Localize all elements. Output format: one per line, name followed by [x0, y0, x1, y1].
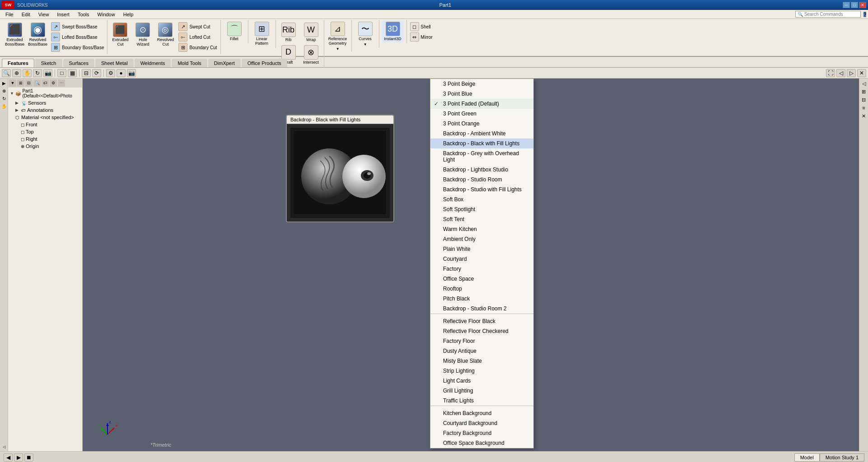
dd-warm-kitchen[interactable]: Warm Kitchen: [430, 224, 533, 234]
menu-edit[interactable]: Edit: [18, 11, 34, 18]
tree-front[interactable]: ◻ Front: [8, 121, 82, 128]
dd-plain-white[interactable]: Plain White: [430, 244, 533, 254]
tree-top[interactable]: ◻ Top: [8, 128, 82, 135]
lt-select[interactable]: ▶: [0, 79, 8, 87]
dd-grill-lighting[interactable]: Grill Lighting: [430, 386, 533, 396]
dd-3pt-orange[interactable]: 3 Point Orange: [430, 119, 533, 129]
status-next[interactable]: ▶: [14, 453, 23, 462]
mirror-button[interactable]: ⇔ Mirror: [409, 32, 434, 42]
vp-btn-fullscreen[interactable]: ⛶: [826, 69, 835, 77]
rp-btn4[interactable]: ✕: [860, 112, 868, 120]
sidebar-tool-collapse[interactable]: ⊟: [25, 79, 33, 87]
rib-button[interactable]: Rib Rib: [278, 22, 299, 43]
sidebar-tool-config[interactable]: ⚙: [50, 79, 57, 87]
tree-material[interactable]: ⬡ Material <not specified>: [8, 114, 82, 121]
lt-collapse[interactable]: ◁: [0, 443, 8, 450]
vp-btn-options[interactable]: ⚙: [106, 69, 115, 77]
lt-rotate[interactable]: ↻: [0, 95, 8, 102]
dd-rooftop[interactable]: Rooftop: [430, 284, 533, 294]
dd-factory-bg[interactable]: Factory Background: [430, 428, 533, 438]
dd-office-bg[interactable]: Office Space Background: [430, 438, 533, 448]
vp-btn-section[interactable]: ⊟: [82, 69, 91, 77]
intersect-button[interactable]: ⊗ Intersect: [300, 44, 322, 66]
dd-office-space[interactable]: Office Space: [430, 274, 533, 284]
menu-file[interactable]: File: [2, 11, 17, 18]
dd-factory[interactable]: Factory: [430, 264, 533, 274]
extruded-bossbase-button[interactable]: ⬛ ExtrudedBoss/Base: [4, 22, 26, 48]
vp-btn-search[interactable]: 🔍: [2, 69, 11, 77]
swept-bossbase-button[interactable]: ↗ Swept Boss/Base: [50, 22, 105, 32]
sidebar-tool-search[interactable]: 🔍: [33, 79, 41, 87]
dd-3pt-blue[interactable]: 3 Point Blue: [430, 89, 533, 99]
dd-backdrop-studio-room[interactable]: Backdrop - Studio Room: [430, 175, 533, 185]
scene-dropdown-menu[interactable]: 3 Point Beige 3 Point Blue ✓ 3 Point Fad…: [430, 79, 534, 448]
tab-sheet-metal[interactable]: Sheet Metal: [95, 59, 134, 67]
viewport[interactable]: Backdrop - Black with Fill Lights: [83, 79, 859, 451]
help-button[interactable]: ?: [863, 12, 866, 17]
close-button[interactable]: ✕: [859, 2, 866, 8]
dd-3pt-green[interactable]: 3 Point Green: [430, 109, 533, 119]
maximize-button[interactable]: □: [851, 2, 858, 8]
tab-weldments[interactable]: Weldments: [135, 59, 171, 67]
menu-help[interactable]: Help: [120, 11, 137, 18]
instant3d-button[interactable]: 3D Instant3D: [382, 21, 404, 42]
motion-study-tab[interactable]: Motion Study 1: [820, 453, 864, 462]
dd-backdrop-lightbox[interactable]: Backdrop - Lightbox Studio: [430, 165, 533, 175]
boundary-cut-button[interactable]: ⊞ Boundary Cut: [177, 42, 218, 52]
vp-btn-split[interactable]: ▷: [847, 69, 856, 77]
tree-origin[interactable]: ⊕ Origin: [8, 143, 82, 150]
vp-btn-photoview[interactable]: 📷: [127, 69, 136, 77]
lofted-cut-button[interactable]: ⟜ Lofted Cut: [177, 32, 218, 42]
tree-sensors[interactable]: ▶ 📡 Sensors: [8, 99, 82, 106]
vp-btn-rotate[interactable]: ↻: [33, 69, 42, 77]
fillet-button[interactable]: ⌒ Fillet: [224, 21, 245, 42]
tree-root[interactable]: ▼ 📦 Part1 (Default<<Default>Photo: [8, 88, 82, 99]
sidebar-tool-filter[interactable]: ▼: [9, 79, 16, 87]
vp-btn-close[interactable]: ✕: [857, 69, 866, 77]
search-input[interactable]: [804, 12, 859, 17]
dd-courtyard-bg[interactable]: Courtyard Background: [430, 418, 533, 428]
reference-geometry-button[interactable]: ⊿ ReferenceGeometry: [327, 21, 349, 47]
dd-soft-spotlight[interactable]: Soft Spotlight: [430, 204, 533, 214]
dd-soft-tent[interactable]: Soft Tent: [430, 214, 533, 224]
lt-zoom[interactable]: ⊕: [0, 87, 8, 94]
hole-wizard-button[interactable]: ⊙ HoleWizard: [132, 22, 154, 48]
revolved-bossbase-button[interactable]: ◉ RevolvedBoss/Base: [27, 22, 49, 48]
menu-window[interactable]: Window: [94, 11, 119, 18]
tree-right[interactable]: ◻ Right: [8, 135, 82, 143]
search-bar[interactable]: 🔍: [795, 11, 861, 18]
tab-mold-tools[interactable]: Mold Tools: [172, 59, 207, 67]
vp-btn-render[interactable]: ●: [117, 69, 126, 77]
vp-btn-zoom[interactable]: ⊕: [12, 69, 21, 77]
rp-expand[interactable]: ◁: [860, 79, 868, 88]
revolved-cut-button[interactable]: ◎ RevolvedCut: [154, 22, 176, 48]
extruded-cut-button[interactable]: ⬛ ExtrudedCut: [109, 22, 131, 48]
lt-pan[interactable]: ✋: [0, 102, 8, 110]
dd-3pt-beige[interactable]: 3 Point Beige: [430, 79, 533, 89]
rp-btn1[interactable]: ⊞: [860, 88, 868, 96]
dd-traffic-lights[interactable]: Traffic Lights: [430, 396, 533, 406]
linear-pattern-button[interactable]: ⊞ LinearPattern: [251, 21, 273, 47]
tab-features[interactable]: Features: [2, 59, 34, 67]
boundary-bossbase-button[interactable]: ⊞ Boundary Boss/Base: [50, 42, 105, 52]
vp-btn-dynamic[interactable]: ⟳: [92, 69, 101, 77]
curves-dropdown[interactable]: ▼: [364, 42, 367, 46]
dd-dusty-antique[interactable]: Dusty Antique: [430, 346, 533, 356]
dd-soft-box[interactable]: Soft Box: [430, 194, 533, 204]
vp-btn-camera[interactable]: 📷: [43, 69, 52, 77]
wrap-button[interactable]: W Wrap: [300, 22, 322, 43]
tab-sketch[interactable]: Sketch: [35, 59, 62, 67]
vp-btn-display[interactable]: □: [57, 69, 66, 77]
dd-pitch-black[interactable]: Pitch Black: [430, 294, 533, 304]
dd-courtyard[interactable]: Courtyard: [430, 254, 533, 264]
dd-backdrop-studio-fill[interactable]: Backdrop - Studio with Fill Lights: [430, 185, 533, 194]
lofted-bossbase-button[interactable]: ⟜ Lofted Boss/Base: [50, 32, 105, 42]
rp-btn2[interactable]: ⊟: [860, 96, 868, 104]
menu-tools[interactable]: Tools: [74, 11, 93, 18]
dd-light-cards[interactable]: Light Cards: [430, 376, 533, 386]
status-prev[interactable]: ◀: [4, 453, 13, 462]
menu-insert[interactable]: Insert: [53, 11, 73, 18]
vp-btn-pan[interactable]: ✋: [23, 69, 32, 77]
dd-strip-lighting[interactable]: Strip Lighting: [430, 366, 533, 376]
dd-misty-blue[interactable]: Misty Blue Slate: [430, 356, 533, 366]
